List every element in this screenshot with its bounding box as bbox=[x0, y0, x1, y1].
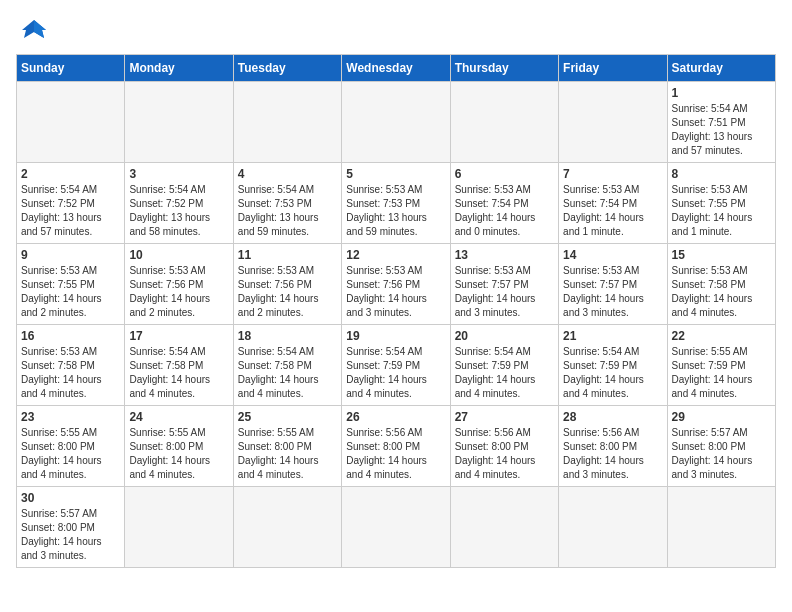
daylight-text: Daylight: 14 hours and 3 minutes. bbox=[563, 455, 644, 480]
cell-sun-info: Sunrise: 5:53 AMSunset: 7:55 PMDaylight:… bbox=[21, 264, 120, 320]
calendar-cell bbox=[559, 82, 667, 163]
cell-sun-info: Sunrise: 5:53 AMSunset: 7:56 PMDaylight:… bbox=[346, 264, 445, 320]
sunrise-text: Sunrise: 5:54 AM bbox=[346, 346, 422, 357]
sunrise-text: Sunrise: 5:54 AM bbox=[238, 346, 314, 357]
date-number: 8 bbox=[672, 167, 771, 181]
date-number: 30 bbox=[21, 491, 120, 505]
sunset-text: Sunset: 7:53 PM bbox=[238, 198, 312, 209]
calendar-cell: 22Sunrise: 5:55 AMSunset: 7:59 PMDayligh… bbox=[667, 325, 775, 406]
cell-sun-info: Sunrise: 5:55 AMSunset: 8:00 PMDaylight:… bbox=[21, 426, 120, 482]
week-row-4: 16Sunrise: 5:53 AMSunset: 7:58 PMDayligh… bbox=[17, 325, 776, 406]
date-number: 3 bbox=[129, 167, 228, 181]
daylight-text: Daylight: 14 hours and 4 minutes. bbox=[238, 455, 319, 480]
sunrise-text: Sunrise: 5:54 AM bbox=[129, 346, 205, 357]
sunset-text: Sunset: 7:56 PM bbox=[346, 279, 420, 290]
sunrise-text: Sunrise: 5:53 AM bbox=[672, 265, 748, 276]
sunrise-text: Sunrise: 5:53 AM bbox=[563, 184, 639, 195]
sunset-text: Sunset: 7:52 PM bbox=[129, 198, 203, 209]
cell-sun-info: Sunrise: 5:53 AMSunset: 7:57 PMDaylight:… bbox=[455, 264, 554, 320]
cell-sun-info: Sunrise: 5:55 AMSunset: 8:00 PMDaylight:… bbox=[238, 426, 337, 482]
sunrise-text: Sunrise: 5:56 AM bbox=[346, 427, 422, 438]
calendar-cell: 17Sunrise: 5:54 AMSunset: 7:58 PMDayligh… bbox=[125, 325, 233, 406]
daylight-text: Daylight: 14 hours and 3 minutes. bbox=[563, 293, 644, 318]
sunset-text: Sunset: 7:51 PM bbox=[672, 117, 746, 128]
cell-sun-info: Sunrise: 5:54 AMSunset: 7:59 PMDaylight:… bbox=[563, 345, 662, 401]
date-number: 24 bbox=[129, 410, 228, 424]
daylight-text: Daylight: 14 hours and 3 minutes. bbox=[346, 293, 427, 318]
sunrise-text: Sunrise: 5:54 AM bbox=[563, 346, 639, 357]
sunrise-text: Sunrise: 5:53 AM bbox=[346, 184, 422, 195]
daylight-text: Daylight: 14 hours and 3 minutes. bbox=[672, 455, 753, 480]
header-row: SundayMondayTuesdayWednesdayThursdayFrid… bbox=[17, 55, 776, 82]
date-number: 13 bbox=[455, 248, 554, 262]
sunset-text: Sunset: 7:58 PM bbox=[21, 360, 95, 371]
cell-sun-info: Sunrise: 5:54 AMSunset: 7:51 PMDaylight:… bbox=[672, 102, 771, 158]
sunset-text: Sunset: 7:55 PM bbox=[21, 279, 95, 290]
col-header-monday: Monday bbox=[125, 55, 233, 82]
calendar-cell: 15Sunrise: 5:53 AMSunset: 7:58 PMDayligh… bbox=[667, 244, 775, 325]
date-number: 9 bbox=[21, 248, 120, 262]
sunrise-text: Sunrise: 5:57 AM bbox=[21, 508, 97, 519]
calendar-cell: 19Sunrise: 5:54 AMSunset: 7:59 PMDayligh… bbox=[342, 325, 450, 406]
sunrise-text: Sunrise: 5:53 AM bbox=[455, 184, 531, 195]
sunrise-text: Sunrise: 5:54 AM bbox=[672, 103, 748, 114]
daylight-text: Daylight: 14 hours and 4 minutes. bbox=[21, 374, 102, 399]
date-number: 21 bbox=[563, 329, 662, 343]
cell-sun-info: Sunrise: 5:54 AMSunset: 7:53 PMDaylight:… bbox=[238, 183, 337, 239]
cell-sun-info: Sunrise: 5:56 AMSunset: 8:00 PMDaylight:… bbox=[455, 426, 554, 482]
date-number: 4 bbox=[238, 167, 337, 181]
sunrise-text: Sunrise: 5:53 AM bbox=[129, 265, 205, 276]
cell-sun-info: Sunrise: 5:53 AMSunset: 7:53 PMDaylight:… bbox=[346, 183, 445, 239]
sunset-text: Sunset: 7:58 PM bbox=[672, 279, 746, 290]
svg-marker-1 bbox=[34, 20, 46, 38]
cell-sun-info: Sunrise: 5:53 AMSunset: 7:57 PMDaylight:… bbox=[563, 264, 662, 320]
daylight-text: Daylight: 14 hours and 1 minute. bbox=[672, 212, 753, 237]
sunrise-text: Sunrise: 5:56 AM bbox=[455, 427, 531, 438]
calendar-cell: 28Sunrise: 5:56 AMSunset: 8:00 PMDayligh… bbox=[559, 406, 667, 487]
calendar-cell: 20Sunrise: 5:54 AMSunset: 7:59 PMDayligh… bbox=[450, 325, 558, 406]
cell-sun-info: Sunrise: 5:53 AMSunset: 7:54 PMDaylight:… bbox=[563, 183, 662, 239]
daylight-text: Daylight: 14 hours and 4 minutes. bbox=[129, 374, 210, 399]
daylight-text: Daylight: 14 hours and 4 minutes. bbox=[238, 374, 319, 399]
cell-sun-info: Sunrise: 5:53 AMSunset: 7:54 PMDaylight:… bbox=[455, 183, 554, 239]
calendar-cell: 8Sunrise: 5:53 AMSunset: 7:55 PMDaylight… bbox=[667, 163, 775, 244]
calendar-table: SundayMondayTuesdayWednesdayThursdayFrid… bbox=[16, 54, 776, 568]
date-number: 7 bbox=[563, 167, 662, 181]
date-number: 11 bbox=[238, 248, 337, 262]
calendar-cell: 29Sunrise: 5:57 AMSunset: 8:00 PMDayligh… bbox=[667, 406, 775, 487]
calendar-cell: 5Sunrise: 5:53 AMSunset: 7:53 PMDaylight… bbox=[342, 163, 450, 244]
date-number: 27 bbox=[455, 410, 554, 424]
calendar-cell: 24Sunrise: 5:55 AMSunset: 8:00 PMDayligh… bbox=[125, 406, 233, 487]
sunset-text: Sunset: 7:59 PM bbox=[455, 360, 529, 371]
sunrise-text: Sunrise: 5:53 AM bbox=[672, 184, 748, 195]
date-number: 5 bbox=[346, 167, 445, 181]
week-row-1: 1Sunrise: 5:54 AMSunset: 7:51 PMDaylight… bbox=[17, 82, 776, 163]
sunrise-text: Sunrise: 5:54 AM bbox=[238, 184, 314, 195]
calendar-cell: 3Sunrise: 5:54 AMSunset: 7:52 PMDaylight… bbox=[125, 163, 233, 244]
sunset-text: Sunset: 7:59 PM bbox=[672, 360, 746, 371]
calendar-cell: 7Sunrise: 5:53 AMSunset: 7:54 PMDaylight… bbox=[559, 163, 667, 244]
date-number: 12 bbox=[346, 248, 445, 262]
cell-sun-info: Sunrise: 5:54 AMSunset: 7:52 PMDaylight:… bbox=[129, 183, 228, 239]
sunset-text: Sunset: 7:55 PM bbox=[672, 198, 746, 209]
date-number: 28 bbox=[563, 410, 662, 424]
calendar-cell: 6Sunrise: 5:53 AMSunset: 7:54 PMDaylight… bbox=[450, 163, 558, 244]
calendar-cell: 26Sunrise: 5:56 AMSunset: 8:00 PMDayligh… bbox=[342, 406, 450, 487]
sunset-text: Sunset: 8:00 PM bbox=[21, 441, 95, 452]
sunrise-text: Sunrise: 5:53 AM bbox=[455, 265, 531, 276]
calendar-cell bbox=[17, 82, 125, 163]
sunset-text: Sunset: 7:59 PM bbox=[563, 360, 637, 371]
col-header-friday: Friday bbox=[559, 55, 667, 82]
daylight-text: Daylight: 14 hours and 2 minutes. bbox=[238, 293, 319, 318]
date-number: 20 bbox=[455, 329, 554, 343]
daylight-text: Daylight: 14 hours and 4 minutes. bbox=[346, 455, 427, 480]
daylight-text: Daylight: 14 hours and 4 minutes. bbox=[563, 374, 644, 399]
week-row-6: 30Sunrise: 5:57 AMSunset: 8:00 PMDayligh… bbox=[17, 487, 776, 568]
week-row-3: 9Sunrise: 5:53 AMSunset: 7:55 PMDaylight… bbox=[17, 244, 776, 325]
cell-sun-info: Sunrise: 5:53 AMSunset: 7:55 PMDaylight:… bbox=[672, 183, 771, 239]
calendar-cell: 25Sunrise: 5:55 AMSunset: 8:00 PMDayligh… bbox=[233, 406, 341, 487]
sunset-text: Sunset: 8:00 PM bbox=[672, 441, 746, 452]
sunrise-text: Sunrise: 5:55 AM bbox=[129, 427, 205, 438]
daylight-text: Daylight: 14 hours and 4 minutes. bbox=[129, 455, 210, 480]
calendar-cell bbox=[450, 82, 558, 163]
